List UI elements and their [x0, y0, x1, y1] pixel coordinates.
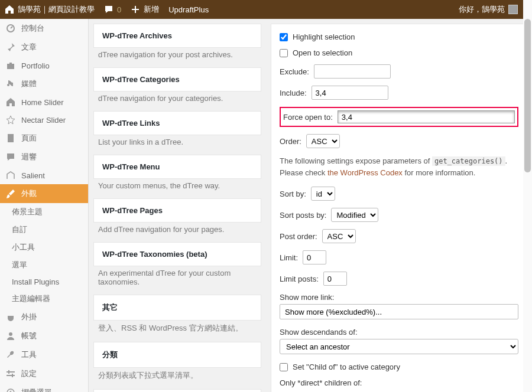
include-input[interactable] [312, 86, 388, 100]
post-order-label: Post order: [280, 232, 317, 241]
site-title: 鵠學苑｜網頁設計教學 [18, 4, 95, 15]
exclude-input[interactable] [314, 64, 391, 79]
widget-description: Add dTree navigation for your pages. [93, 225, 261, 242]
home-icon [6, 97, 15, 107]
user-icon [6, 331, 15, 341]
salient-icon [6, 171, 15, 180]
svg-rect-5 [7, 371, 15, 373]
sidebar-item-tools[interactable]: 工具 [0, 345, 88, 364]
sidebar-item-users[interactable]: 帳號 [0, 326, 88, 345]
sidebar-item-settings[interactable]: 設定 [0, 364, 88, 383]
submenu-widgets[interactable]: 小工具 [0, 239, 88, 256]
widget-title[interactable]: 分類 [94, 342, 261, 367]
direct-children-label: Only *direct* children of: [280, 378, 518, 387]
force-open-label: Force open to: [283, 113, 333, 122]
sidebar-item-comments[interactable]: 迴響 [0, 148, 88, 166]
force-open-input[interactable] [338, 110, 515, 123]
widget-title[interactable]: WP-dTree Archives [94, 24, 261, 47]
widget-description: An experimental dTree for your custom ta… [93, 269, 261, 295]
submenu-install-plugins[interactable]: Install Plugins [0, 274, 88, 290]
sort-by-label: Sort by: [280, 190, 306, 198]
sidebar-item-media[interactable]: 媒體 [0, 74, 88, 93]
sort-posts-select[interactable]: Modified [331, 208, 378, 222]
limit-label: Limit: [280, 253, 298, 262]
sidebar-item-appearance[interactable]: 外觀 [0, 184, 88, 203]
force-open-highlight: Force open to: [280, 107, 518, 127]
order-select[interactable]: ASC [306, 134, 340, 148]
settings-icon [6, 369, 15, 378]
widget-title[interactable]: 圖片 [94, 390, 261, 392]
sidebar-item-plugins[interactable]: 外掛 [0, 308, 88, 326]
scrollbar-thumb[interactable] [524, 19, 531, 172]
pin-icon [6, 43, 15, 52]
descendants-label: Show descendands of: [280, 328, 518, 337]
portfolio-icon [6, 61, 15, 70]
comment-count: 0 [117, 5, 121, 14]
limit-input[interactable] [303, 250, 326, 264]
sidebar-item-portfolio[interactable]: Portfolio [0, 57, 88, 74]
admin-toolbar: 鵠學苑｜網頁設計教學 0 新增 UpdraftPlus 你好，鵠學苑 [0, 0, 532, 19]
codex-link[interactable]: the WordPress Codex [327, 168, 403, 177]
order-label: Order: [280, 137, 301, 146]
sidebar-item-pages[interactable]: 頁面 [0, 129, 88, 148]
add-new-link[interactable]: 新增 [131, 4, 159, 15]
avatar [508, 5, 518, 14]
svg-point-4 [9, 332, 12, 336]
comment-icon [104, 5, 113, 14]
svg-rect-6 [7, 375, 15, 376]
sort-posts-label: Sort posts by: [280, 211, 326, 220]
descendants-select[interactable]: Select an ancestor [280, 339, 518, 354]
widget-title[interactable]: WP-dTree Pages [94, 199, 261, 222]
comment-icon [6, 152, 15, 162]
svg-rect-8 [12, 374, 13, 377]
submenu-menus[interactable]: 選單 [0, 256, 88, 274]
highlight-selection-checkbox[interactable] [280, 33, 288, 41]
svg-rect-3 [8, 134, 14, 142]
show-more-label: Show more link: [280, 293, 518, 302]
sidebar-item-nectar-slider[interactable]: Nectar Slider [0, 111, 88, 129]
sidebar-item-posts[interactable]: 文章 [0, 38, 88, 57]
widget-description: List your links in a dTree. [93, 138, 261, 155]
svg-rect-1 [7, 64, 14, 69]
exclude-label: Exclude: [280, 67, 309, 76]
include-label: Include: [280, 89, 307, 97]
open-to-selection-label: Open to selection [293, 48, 352, 57]
widget-title[interactable]: WP-dTree Menu [94, 155, 261, 178]
available-widgets: WP-dTree ArchivesdTree navigation for yo… [89, 19, 266, 392]
account-link[interactable]: 你好，鵠學苑 [459, 4, 518, 15]
media-icon [6, 79, 15, 89]
sidebar-item-salient[interactable]: Salient [0, 166, 88, 184]
sidebar-item-dashboard[interactable]: 控制台 [0, 19, 88, 38]
svg-rect-7 [8, 370, 9, 374]
svg-point-2 [7, 84, 9, 86]
child-of-checkbox[interactable] [280, 363, 288, 371]
greeting: 你好，鵠學苑 [459, 4, 505, 15]
dashboard-icon [6, 24, 15, 33]
updraftplus-link[interactable]: UpdraftPlus [168, 5, 209, 14]
sidebar-item-home-slider[interactable]: Home Slider [0, 93, 88, 111]
sidebar-collapse[interactable]: 摺疊選單 [0, 383, 88, 392]
open-to-selection-checkbox[interactable] [280, 49, 288, 57]
widget-title[interactable]: 其它 [94, 295, 261, 320]
submenu-customize[interactable]: 自訂 [0, 221, 88, 239]
widget-title[interactable]: WP-dTree Links [94, 112, 261, 135]
tools-icon [6, 350, 15, 360]
highlight-selection-label: Highlight selection [293, 32, 355, 41]
widget-title[interactable]: WP-dTree Taxonomies (beta) [94, 243, 261, 266]
widget-description: Your custom menus, the dTree way. [93, 181, 261, 198]
limit-posts-input[interactable] [323, 272, 347, 286]
widget-title[interactable]: WP-dTree Categories [94, 68, 261, 91]
widget-settings-panel: Highlight selection Open to selection Ex… [266, 19, 532, 392]
submenu-theme-editor[interactable]: 主題編輯器 [0, 290, 88, 308]
admin-sidebar: 控制台 文章 Portfolio 媒體 Home Slider Nectar S… [0, 19, 89, 392]
site-home-link[interactable]: 鵠學苑｜網頁設計教學 [5, 4, 95, 15]
plus-icon [131, 5, 140, 14]
post-order-select[interactable]: ASC [322, 229, 356, 243]
brush-icon [6, 189, 15, 198]
sort-by-select[interactable]: id [311, 187, 335, 201]
add-new-label: 新增 [144, 4, 159, 15]
comments-link[interactable]: 0 [104, 5, 121, 14]
settings-note: The following settings expose parameters… [280, 155, 518, 178]
show-more-input[interactable] [280, 304, 518, 319]
submenu-themes[interactable]: 佈景主題 [0, 203, 88, 221]
